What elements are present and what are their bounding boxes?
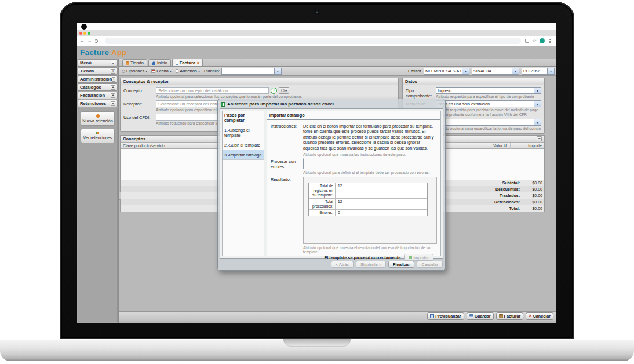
emisor-combo[interactable]: MI EMPRESA S.A DE C.V: [424, 68, 469, 75]
tab-tienda[interactable]: Tienda: [122, 59, 147, 66]
procesar-errores-checkbox[interactable]: [303, 158, 304, 169]
window-close-button[interactable]: [79, 32, 82, 35]
sidebar-title: Menú: [80, 60, 92, 65]
browser-tab-dot-icon: [81, 24, 87, 30]
tipo-comprobante-combo[interactable]: Ingreso: [436, 87, 541, 94]
expand-icon[interactable]: [111, 85, 115, 90]
instructions-text: Dé clic en el botón Importar del formula…: [303, 123, 437, 151]
facturar-button[interactable]: Facturar: [496, 312, 524, 320]
new-retention-icon: [96, 114, 100, 118]
back-icon[interactable]: [79, 38, 85, 43]
sidebar-item-retenciones[interactable]: Retenciones: [78, 100, 118, 107]
combo-arrow-icon: [277, 69, 279, 73]
cancelar-button[interactable]: Cancelar: [526, 312, 553, 320]
column-importe[interactable]: Importe: [511, 143, 544, 149]
caret-down-icon: [198, 69, 200, 73]
plantilla-combo[interactable]: [221, 68, 282, 75]
metodo-pago-combo[interactable]: Pago en una sola exhibición: [436, 100, 541, 107]
expand-icon[interactable]: [111, 93, 115, 98]
caret-down-icon: [170, 69, 172, 73]
forma-pago-help: Atributo opcional para especificar la fo…: [436, 126, 541, 130]
profile-avatar[interactable]: [540, 38, 545, 43]
caret-down-icon: [145, 69, 147, 73]
expand-icon[interactable]: [111, 69, 115, 74]
sidebar-item-tienda[interactable]: Tienda: [78, 67, 118, 75]
resultado-label: Resultado:: [271, 177, 303, 254]
tab-close-icon[interactable]: [197, 61, 199, 65]
metodo-pago-help: Atributo requerido para precisar la clav…: [436, 108, 541, 117]
uso-cfdi-label: Uso del CFDI:: [123, 114, 156, 125]
browser-toolbar: [77, 36, 556, 46]
window-zoom-button[interactable]: [88, 32, 90, 35]
collapse-panel-icon[interactable]: [537, 136, 542, 141]
bottom-action-bar: Previsualizar Guardar Facturar: [119, 311, 556, 321]
instructions-label: Instrucciones:: [271, 123, 303, 156]
sidebar-header-menu: Menú: [78, 59, 118, 67]
forward-icon[interactable]: [87, 38, 92, 43]
ver-retenciones-button[interactable]: Ver retenciones: [81, 129, 115, 143]
expand-icon[interactable]: [112, 77, 115, 82]
sidebar-item-facturacion[interactable]: Facturación: [78, 92, 118, 99]
tab-bar: Tienda Inicio Factura: [119, 59, 556, 67]
laptop-screen-bezel: Facture App Menú Tienda Administración: [60, 2, 574, 339]
browser-menu-icon[interactable]: [549, 41, 551, 42]
add-concepto-icon[interactable]: [271, 88, 277, 94]
screen: Facture App Menú Tienda Administración: [77, 23, 556, 323]
tipo-comprobante-label: Tipo comprobante:: [406, 87, 436, 99]
store-icon: [126, 61, 129, 65]
laptop-base: [0, 339, 634, 361]
browser-titlebar: [77, 23, 556, 30]
combo-arrow-icon: [465, 69, 467, 73]
dialog-title: Asistente para importar las partidas des…: [227, 101, 334, 107]
sidebar-item-catalogos[interactable]: Catálogos: [78, 83, 118, 91]
nueva-retencion-button[interactable]: Nueva retención: [81, 111, 115, 126]
estado-combo[interactable]: SINALOA: [472, 68, 519, 75]
laptop-mockup: Facture App Menú Tienda Administración: [0, 0, 634, 364]
import-panel-title: Importar catálogo: [267, 111, 440, 120]
import-panel: Importar catálogo Instrucciones: Dé clic…: [267, 111, 441, 256]
sidebar-item-administracion[interactable]: Administración: [78, 75, 118, 83]
sidebar-collapse-icon[interactable]: [111, 61, 115, 65]
column-valor-u[interactable]: Valor U.: [467, 143, 511, 149]
reload-icon[interactable]: [94, 39, 98, 43]
address-bar[interactable]: [105, 38, 521, 44]
step-subir-template[interactable]: 2.-Subir el template: [223, 140, 264, 150]
tipo-comprobante-help: Atributo requerido para especificar el t…: [436, 94, 541, 99]
concepto-settings-button[interactable]: [279, 87, 289, 94]
serie-combo[interactable]: PO 2167: [522, 68, 555, 75]
splitter-collapse-handle[interactable]: [119, 192, 121, 200]
tab-inicio[interactable]: Inicio: [148, 59, 171, 66]
collapse-icon[interactable]: [111, 101, 115, 106]
laptop-base-notch: [283, 339, 351, 347]
steps-panel-title: Pasos por completar: [223, 111, 264, 125]
step-obtenga-template[interactable]: 1.-Obtenga el template: [223, 125, 264, 140]
dialog-titlebar[interactable]: Asistente para importar las partidas des…: [220, 101, 443, 108]
procesar-errores-label: Procesar con errores:: [271, 159, 303, 174]
home-icon: [152, 61, 156, 65]
import-excel-icon: [409, 256, 412, 259]
fieldset-title: Conceptos & receptor: [121, 78, 398, 85]
browser-window-controls: [77, 30, 556, 36]
step-importar-catalogo[interactable]: 3.-Importar catálogo: [223, 150, 264, 160]
translate-icon[interactable]: [525, 39, 529, 43]
retenciones-panel: Nueva retención Ver retenciones: [78, 108, 118, 322]
tab-factura[interactable]: Factura: [172, 59, 203, 66]
excel-icon: [221, 102, 225, 107]
addenda-menu-button[interactable]: Addenda: [176, 68, 200, 74]
atras-button[interactable]: < Atrás: [331, 261, 354, 268]
window-minimize-button[interactable]: [83, 32, 86, 35]
concepto-combo[interactable]: Seleccione un concepto del catálogo...: [156, 87, 269, 94]
forma-pago-combo[interactable]: [436, 119, 541, 126]
guardar-button[interactable]: Guardar: [467, 312, 494, 320]
siguiente-button[interactable]: Siguiente >: [356, 261, 386, 268]
resultado-row-registros: Total de registros en su template: 12: [309, 183, 427, 199]
opciones-menu-button[interactable]: Opciones: [122, 68, 147, 74]
previsualizar-button[interactable]: Previsualizar: [427, 312, 464, 320]
fecha-menu-button[interactable]: Fecha: [151, 68, 172, 74]
bookmark-star-icon[interactable]: [532, 38, 537, 43]
import-wizard-dialog: Asistente para importar las partidas des…: [217, 99, 446, 271]
finalizar-button[interactable]: Finalizar: [388, 261, 414, 268]
document-icon: [176, 61, 178, 65]
dialog-cancelar-button[interactable]: Cancelar: [417, 261, 443, 268]
caret-down-icon: [285, 89, 287, 93]
